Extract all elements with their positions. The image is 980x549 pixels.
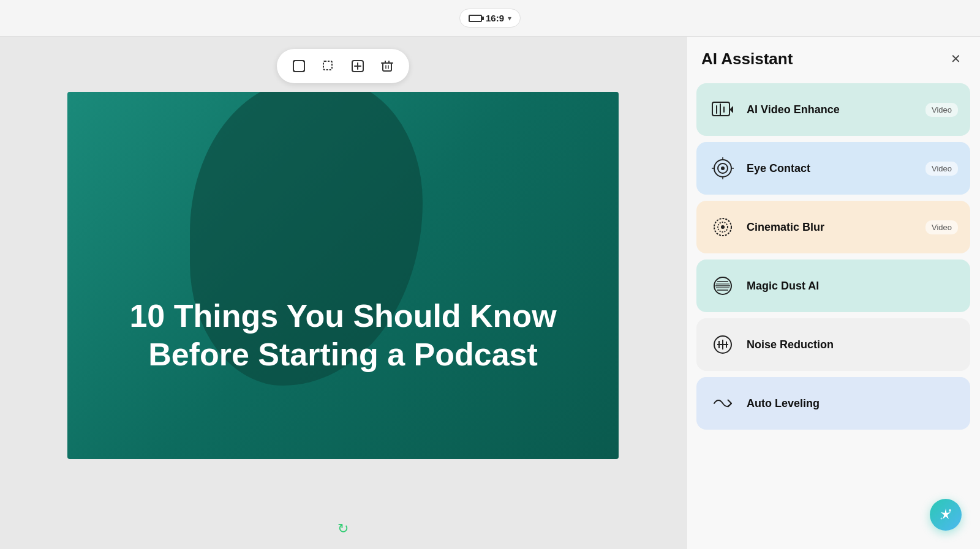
magic-dust-label: Magic Dust AI xyxy=(747,280,958,293)
ai-video-enhance-label: AI Video Enhance xyxy=(747,103,916,116)
svg-point-38 xyxy=(949,509,951,512)
chevron-down-icon: ▾ xyxy=(508,14,511,23)
svg-point-39 xyxy=(941,518,943,520)
ai-items-list: AI Video Enhance Video Eye Cont xyxy=(687,78,980,549)
video-title-text: 10 Things You Should Know Before Startin… xyxy=(104,297,582,373)
ai-video-enhance-icon xyxy=(709,95,737,124)
ai-item-magic-dust[interactable]: Magic Dust AI xyxy=(696,260,970,312)
auto-leveling-label: Auto Leveling xyxy=(747,397,958,410)
cinematic-blur-badge: Video xyxy=(925,220,958,234)
svg-point-19 xyxy=(721,166,725,170)
aspect-ratio-label: 16:9 xyxy=(486,13,504,23)
ai-item-noise-reduction[interactable]: Noise Reduction xyxy=(696,318,970,371)
ai-assistant-panel: AI Assistant ✕ AI Video Enhance Video xyxy=(686,37,980,549)
ai-panel-header: AI Assistant ✕ xyxy=(687,37,980,78)
svg-rect-0 xyxy=(293,61,304,72)
svg-rect-2 xyxy=(323,61,332,70)
svg-point-26 xyxy=(721,225,725,229)
ai-panel-title: AI Assistant xyxy=(701,50,793,69)
cinematic-blur-label: Cinematic Blur xyxy=(747,221,916,234)
close-ai-panel-button[interactable]: ✕ xyxy=(946,49,965,69)
eye-contact-icon xyxy=(709,154,737,182)
add-tool-button[interactable] xyxy=(345,54,370,78)
eye-contact-badge: Video xyxy=(925,162,958,176)
select-tool-button[interactable] xyxy=(287,54,311,78)
ai-item-video-enhance[interactable]: AI Video Enhance Video xyxy=(696,83,970,136)
svg-rect-1 xyxy=(293,61,304,72)
toolbar xyxy=(277,49,409,83)
cinematic-blur-icon xyxy=(709,213,737,241)
refresh-icon[interactable]: ↻ xyxy=(337,521,349,537)
ai-item-auto-leveling[interactable]: Auto Leveling xyxy=(696,377,970,430)
noise-reduction-label: Noise Reduction xyxy=(747,338,958,351)
canvas-area: 10 Things You Should Know Before Startin… xyxy=(0,37,686,549)
aspect-ratio-selector[interactable]: 16:9 ▾ xyxy=(459,9,521,28)
auto-leveling-icon xyxy=(709,389,737,417)
delete-tool-button[interactable] xyxy=(375,54,399,78)
ai-item-cinematic-blur[interactable]: Cinematic Blur Video xyxy=(696,201,970,253)
magic-sparkle-button[interactable] xyxy=(930,499,962,531)
eye-contact-label: Eye Contact xyxy=(747,162,916,175)
top-bar: 16:9 ▾ xyxy=(0,0,980,37)
video-preview: 10 Things You Should Know Before Startin… xyxy=(67,92,619,459)
main-area: 10 Things You Should Know Before Startin… xyxy=(0,37,980,549)
ai-item-eye-contact[interactable]: Eye Contact Video xyxy=(696,142,970,195)
svg-rect-6 xyxy=(383,63,391,71)
magic-dust-icon xyxy=(709,272,737,300)
crop-tool-button[interactable] xyxy=(316,54,341,78)
battery-icon xyxy=(469,15,482,22)
noise-reduction-icon xyxy=(709,331,737,359)
ai-video-enhance-badge: Video xyxy=(925,103,958,117)
